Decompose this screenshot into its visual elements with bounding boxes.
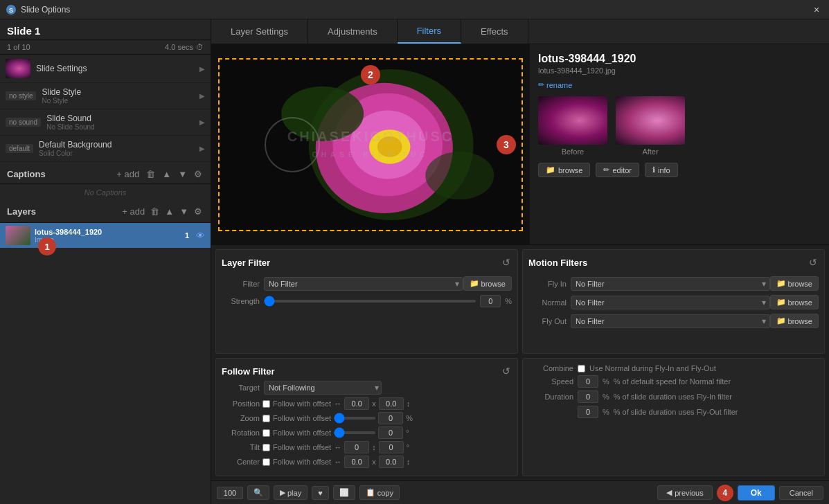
dur-pct-2: % — [603, 408, 609, 416]
after-label: After — [642, 147, 658, 156]
center-x-val[interactable] — [344, 456, 369, 468]
info-icon: ℹ — [652, 165, 655, 174]
rotation-text: Follow with offset — [273, 429, 331, 437]
tilt-x-val[interactable] — [344, 441, 369, 453]
tilt-check[interactable] — [262, 444, 270, 451]
position-x-val[interactable] — [344, 397, 369, 410]
target-label: Target — [222, 384, 260, 392]
layer-filter-panel: Layer Filter ↺ Filter No Filter ▾ 📁 br — [215, 249, 518, 354]
delete-layer-button[interactable]: 🗑 — [149, 205, 161, 218]
tab-adjustments[interactable]: Adjustments — [308, 19, 398, 44]
position-y-val[interactable] — [379, 397, 404, 410]
heart-button[interactable]: ♥ — [312, 486, 329, 500]
filter-browse-button[interactable]: 📁 browse — [463, 276, 512, 291]
slide-style-badge: no style — [6, 91, 36, 100]
layer-settings-button[interactable]: ⚙ — [193, 205, 204, 218]
duration2-row: % % of slide duration uses Fly-Out filte… — [528, 406, 819, 418]
fly-in-browse[interactable]: 📁 browse — [770, 276, 819, 291]
center-check[interactable] — [262, 458, 270, 466]
rename-link[interactable]: ✏ rename — [538, 80, 821, 89]
zoom-slider[interactable] — [334, 417, 375, 420]
combine-label: Combine — [528, 364, 573, 372]
zoom-check[interactable] — [262, 415, 270, 422]
monitor-icon: ⬜ — [339, 488, 349, 497]
move-up-button[interactable]: ▲ — [161, 168, 172, 181]
badge-4: 4 — [717, 485, 733, 501]
folder-icon: 📁 — [776, 298, 786, 307]
circle-decoration — [265, 117, 320, 172]
normal-select[interactable]: No Filter — [571, 296, 770, 309]
tab-effects[interactable]: Effects — [461, 19, 528, 44]
follow-filter-reset[interactable]: ↺ — [501, 364, 512, 378]
monitor-button[interactable]: ⬜ — [333, 485, 355, 500]
editor-button[interactable]: ✏ editor — [596, 163, 639, 177]
add-layer-button[interactable]: + add — [121, 205, 146, 218]
info-button[interactable]: ℹ info — [645, 163, 678, 177]
move-layer-down-button[interactable]: ▼ — [178, 205, 190, 218]
action-row: 📁 browse ✏ editor ℹ info — [538, 163, 821, 177]
target-select[interactable]: Not Following — [264, 381, 382, 395]
zoom-input[interactable] — [217, 487, 243, 499]
image-title: lotus-398444_1920 — [538, 53, 821, 65]
duration2-val[interactable] — [578, 406, 598, 418]
strength-label: Strength — [222, 297, 260, 305]
play-button[interactable]: ▶ play — [274, 485, 307, 500]
slide-style-item[interactable]: no style Slide Style No Style ▶ — [0, 83, 211, 109]
lower-panels: Layer Filter ↺ Filter No Filter ▾ 📁 br — [211, 245, 829, 480]
delete-caption-button[interactable]: 🗑 — [145, 168, 157, 181]
layers-section: Layers + add 🗑 ▲ ▼ ⚙ lotus-398444_1920 I… — [0, 201, 211, 504]
play-icon: ▶ — [280, 488, 285, 497]
duration1-row: Duration % % of slide duration uses Fly-… — [528, 390, 819, 403]
strength-value[interactable]: 0 — [480, 295, 501, 307]
zoom-val[interactable] — [378, 412, 403, 424]
rotation-val[interactable] — [378, 426, 403, 439]
follow-filter-title: Follow Filter — [222, 366, 275, 377]
browse-button[interactable]: 📁 browse — [538, 163, 590, 177]
tab-layer-settings[interactable]: Layer Settings — [211, 19, 308, 44]
layer-filter-reset[interactable]: ↺ — [501, 255, 512, 269]
speed-row: Speed % % of default speed for Normal fi… — [528, 375, 819, 388]
preview-area: CHIASEKIGOTHUSCCHASE KIEN TUC 2 3 — [211, 44, 530, 244]
filter-label: Filter — [222, 280, 260, 288]
layer-item[interactable]: lotus-398444_1920 Image 1 👁 — [0, 223, 211, 248]
copy-button[interactable]: 📋 copy — [359, 485, 400, 500]
settings-caption-button[interactable]: ⚙ — [193, 168, 204, 181]
cancel-button[interactable]: Cancel — [779, 486, 823, 500]
add-caption-button[interactable]: + add — [115, 168, 141, 181]
fly-out-select[interactable]: No Filter — [571, 314, 770, 328]
search-button[interactable]: 🔍 — [247, 485, 269, 500]
close-button[interactable]: × — [810, 3, 823, 17]
ok-button[interactable]: Ok — [738, 485, 775, 501]
duration1-val[interactable] — [578, 390, 598, 403]
center-y-val[interactable] — [379, 456, 404, 468]
rotation-slider[interactable] — [334, 431, 375, 434]
zoom-text: Follow with offset — [273, 414, 331, 422]
before-label: Before — [562, 147, 584, 156]
motion-filter-reset[interactable]: ↺ — [808, 255, 819, 269]
strength-slider[interactable] — [264, 300, 476, 303]
slide-settings-item[interactable]: Slide Settings ▶ — [0, 55, 211, 83]
position-label: Position — [233, 399, 260, 408]
filter-select[interactable]: No Filter — [264, 277, 463, 291]
svg-point-10 — [425, 151, 494, 199]
speed-val[interactable] — [578, 375, 598, 388]
normal-browse[interactable]: 📁 browse — [770, 295, 819, 309]
left-panel: Slide 1 1 of 10 4.0 secs ⏱ Slide Setting… — [0, 19, 211, 504]
move-down-button[interactable]: ▼ — [177, 168, 188, 181]
previous-button[interactable]: ◀ previous — [657, 485, 713, 500]
move-layer-up-button[interactable]: ▲ — [163, 205, 175, 218]
combine-check[interactable] — [578, 365, 585, 372]
position-check[interactable] — [262, 400, 270, 408]
tab-filters[interactable]: Filters — [398, 19, 461, 44]
layer-name: lotus-398444_1920 — [35, 228, 181, 236]
rotation-check[interactable] — [262, 429, 270, 437]
visibility-icon[interactable]: 👁 — [196, 231, 205, 241]
slide-sound-item[interactable]: no sound Slide Sound No Slide Sound ▶ — [0, 109, 211, 136]
clock-icon: ⏱ — [196, 43, 204, 51]
tilt-y-val[interactable] — [379, 441, 404, 453]
window-title: Slide Options — [21, 5, 810, 15]
fly-out-browse[interactable]: 📁 browse — [770, 314, 819, 328]
fly-in-select[interactable]: No Filter — [571, 277, 770, 291]
default-background-item[interactable]: default Default Background Solid Color ▶ — [0, 136, 211, 162]
captions-empty: No Captions — [0, 184, 211, 201]
